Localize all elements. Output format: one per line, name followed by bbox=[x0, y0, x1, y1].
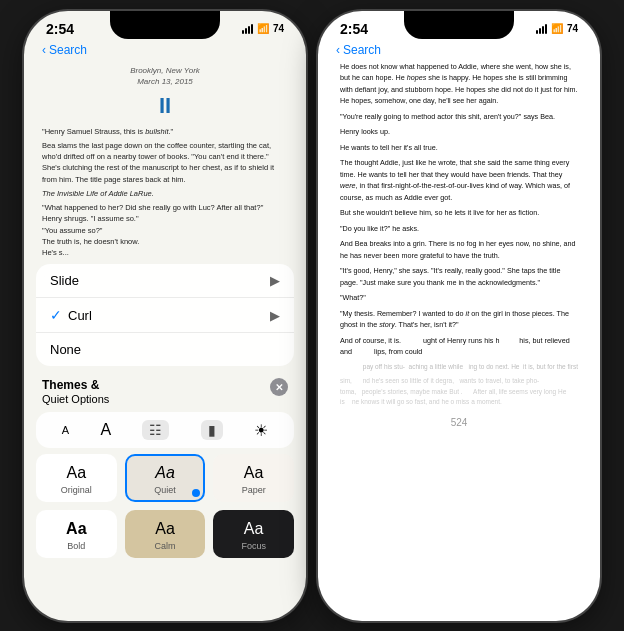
back-arrow-right: ‹ bbox=[336, 43, 340, 57]
font-type-icon[interactable]: ☷ bbox=[142, 420, 169, 440]
theme-paper[interactable]: Aa Paper bbox=[213, 454, 294, 502]
para-8: And Bea breaks into a grin. There is no … bbox=[340, 238, 578, 261]
slide-option-slide[interactable]: Slide ▶ bbox=[36, 264, 294, 298]
slide-label: Slide bbox=[50, 273, 79, 288]
battery-left: 74 bbox=[273, 23, 284, 34]
book-location: Brooklyn, New YorkMarch 13, 2015 bbox=[42, 65, 288, 88]
signal-icon-right bbox=[536, 24, 547, 34]
back-label-left: Search bbox=[49, 43, 87, 57]
book-text-left: "Henry Samuel Strauss, this is bullshit.… bbox=[42, 126, 288, 259]
theme-label-original: Original bbox=[61, 485, 92, 495]
theme-label-bold: Bold bbox=[67, 541, 85, 551]
none-label: None bbox=[50, 342, 81, 357]
brightness-icon[interactable]: ☀ bbox=[254, 421, 268, 440]
phones-container: 2:54 📶 74 ‹ Search Brooklyn, New YorkMar… bbox=[24, 11, 600, 621]
theme-label-quiet: Quiet bbox=[154, 485, 176, 495]
themes-grid: Aa Original Aa Quiet Aa Paper Aa Bold Aa… bbox=[36, 454, 294, 558]
back-label-right: Search bbox=[343, 43, 381, 57]
back-nav-left[interactable]: ‹ Search bbox=[24, 41, 306, 57]
theme-bold[interactable]: Aa Bold bbox=[36, 510, 117, 558]
theme-aa-quiet: Aa bbox=[155, 464, 175, 482]
para-12: And of course, it is. ught of Henry runs… bbox=[340, 335, 578, 358]
para-9: "It's good, Henry," she says. "It's real… bbox=[340, 265, 578, 288]
theme-label-focus: Focus bbox=[241, 541, 266, 551]
font-controls: A A ☷ ▮ ☀ bbox=[36, 412, 294, 448]
time-left: 2:54 bbox=[46, 21, 74, 37]
left-phone: 2:54 📶 74 ‹ Search Brooklyn, New YorkMar… bbox=[24, 11, 306, 621]
signal-icon-left bbox=[242, 24, 253, 34]
theme-focus[interactable]: Aa Focus bbox=[213, 510, 294, 558]
theme-label-paper: Paper bbox=[242, 485, 266, 495]
curl-label: Curl bbox=[68, 308, 270, 323]
theme-aa-focus: Aa bbox=[244, 520, 264, 538]
page-number: 524 bbox=[318, 411, 600, 434]
theme-aa-original: Aa bbox=[67, 464, 87, 482]
theme-quiet[interactable]: Aa Quiet bbox=[125, 454, 206, 502]
chapter-num: II bbox=[42, 90, 288, 122]
para-2: "You're really going to method actor thi… bbox=[340, 111, 578, 123]
notch-right bbox=[404, 11, 514, 39]
theme-calm[interactable]: Aa Calm bbox=[125, 510, 206, 558]
para-7: "Do you like it?" he asks. bbox=[340, 223, 578, 235]
para-5: The thought Addie, just like he wrote, t… bbox=[340, 157, 578, 203]
faded-text-2: sim, nd he's seen so little of it degra,… bbox=[340, 376, 578, 407]
para-4: He wants to tell her it's all true. bbox=[340, 142, 578, 154]
para-1: He does not know what happened to Addie,… bbox=[340, 61, 578, 107]
reader-content-right: He does not know what happened to Addie,… bbox=[318, 57, 600, 412]
curl-icon-right: ▶ bbox=[270, 308, 280, 323]
right-phone: 2:54 📶 74 ‹ Search He does not know what… bbox=[318, 11, 600, 621]
wifi-icon-left: 📶 bbox=[257, 23, 269, 34]
wifi-icon-right: 📶 bbox=[551, 23, 563, 34]
book-content-left: Brooklyn, New YorkMarch 13, 2015 II "Hen… bbox=[24, 57, 306, 259]
faded-text-1: pay off his stu- aching a little while i… bbox=[340, 362, 578, 372]
slide-menu-panel: Slide ▶ ✓ Curl ▶ None bbox=[36, 264, 294, 366]
themes-section: Themes & Quiet Options ✕ bbox=[24, 372, 306, 408]
status-icons-right: 📶 74 bbox=[536, 23, 578, 34]
para-11: "My thesis. Remember? I wanted to do it … bbox=[340, 308, 578, 331]
themes-label: Themes & Quiet Options bbox=[24, 372, 306, 408]
status-icons-left: 📶 74 bbox=[242, 23, 284, 34]
para-10: "What?" bbox=[340, 292, 578, 304]
font-large-a[interactable]: A bbox=[100, 421, 111, 439]
para-6: But she wouldn't believe him, so he lets… bbox=[340, 207, 578, 219]
curl-check: ✓ bbox=[50, 307, 62, 323]
font-small-a[interactable]: A bbox=[62, 424, 69, 436]
slide-option-curl[interactable]: ✓ Curl ▶ bbox=[36, 298, 294, 333]
theme-label-calm: Calm bbox=[154, 541, 175, 551]
battery-right: 74 bbox=[567, 23, 578, 34]
notch bbox=[110, 11, 220, 39]
slide-option-none[interactable]: None bbox=[36, 333, 294, 366]
theme-original[interactable]: Aa Original bbox=[36, 454, 117, 502]
back-nav-right[interactable]: ‹ Search bbox=[318, 41, 600, 57]
theme-aa-bold: Aa bbox=[66, 520, 86, 538]
theme-aa-calm: Aa bbox=[155, 520, 175, 538]
theme-aa-paper: Aa bbox=[244, 464, 264, 482]
para-3: Henry looks up. bbox=[340, 126, 578, 138]
time-right: 2:54 bbox=[340, 21, 368, 37]
slide-icon-right: ▶ bbox=[270, 273, 280, 288]
back-arrow-left: ‹ bbox=[42, 43, 46, 57]
font-bookmark-icon[interactable]: ▮ bbox=[201, 420, 223, 440]
